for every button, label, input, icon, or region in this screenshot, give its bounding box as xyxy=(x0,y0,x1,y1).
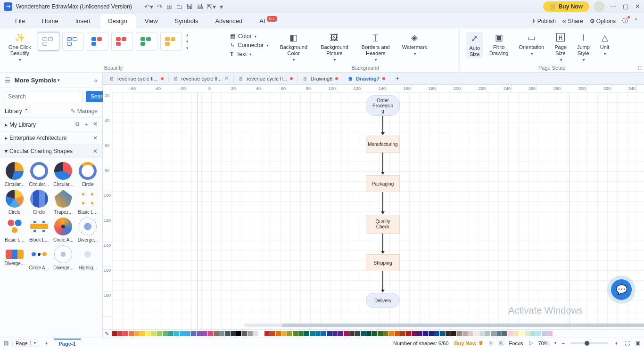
color-swatch[interactable] xyxy=(525,331,530,336)
maximize-icon[interactable]: ▢ xyxy=(623,3,628,10)
theme-preset-6[interactable] xyxy=(160,32,182,51)
new-icon[interactable]: ⊞ xyxy=(166,3,172,10)
connector-arrow[interactable] xyxy=(382,116,383,135)
shape-library-item[interactable]: Circle xyxy=(4,190,25,215)
shape-shipping[interactable]: Shipping xyxy=(366,254,400,271)
color-swatch[interactable] xyxy=(372,331,377,336)
color-swatch[interactable] xyxy=(219,331,224,336)
shape-library-item[interactable]: Circular... xyxy=(4,162,25,187)
auto-size-button[interactable]: ⤢Auto Size xyxy=(466,32,483,58)
shape-order-processing[interactable]: Order Processin g xyxy=(366,95,400,116)
zoom-out-icon[interactable]: − xyxy=(562,340,565,346)
color-swatch[interactable] xyxy=(349,331,355,336)
color-swatch[interactable] xyxy=(163,331,168,336)
shape-library-item[interactable]: Diverge... xyxy=(4,245,25,270)
help-icon[interactable]: ⓘ xyxy=(622,17,628,25)
layers-icon[interactable]: ≋ xyxy=(489,340,493,346)
menu-file[interactable]: File xyxy=(7,14,33,28)
minimize-icon[interactable]: — xyxy=(610,3,616,10)
color-swatch[interactable] xyxy=(468,331,473,336)
color-swatch[interactable] xyxy=(332,331,338,336)
borders-headers-button[interactable]: ⌶Borders and Headers▾ xyxy=(360,32,392,62)
color-swatch[interactable] xyxy=(389,331,394,336)
tree-caret-icon[interactable]: ▸ xyxy=(5,135,8,141)
color-swatch[interactable] xyxy=(231,331,236,336)
shape-library-item[interactable]: Circular... xyxy=(53,162,74,187)
connector-arrow[interactable] xyxy=(382,192,383,214)
color-swatch[interactable] xyxy=(214,331,219,336)
color-swatch[interactable] xyxy=(180,331,185,336)
color-swatch[interactable] xyxy=(446,331,451,336)
library-up-icon[interactable]: ⌃ xyxy=(24,108,29,114)
publish-button[interactable]: ✈ Publish xyxy=(531,18,556,24)
menu-design[interactable]: Design xyxy=(99,14,136,28)
shape-library-item[interactable]: Diverge... xyxy=(77,218,99,243)
color-swatch[interactable] xyxy=(276,331,281,336)
save-icon[interactable]: 🖫 xyxy=(186,3,193,10)
undo-icon[interactable]: ↶▾ xyxy=(144,3,153,10)
color-swatch[interactable] xyxy=(383,331,388,336)
color-swatch[interactable] xyxy=(479,331,485,336)
color-swatch[interactable] xyxy=(185,331,190,336)
play-icon[interactable]: ▷ xyxy=(529,340,533,346)
zoom-in-icon[interactable]: ＋ xyxy=(614,340,619,347)
shape-library-item[interactable]: Basic L... xyxy=(4,218,25,243)
one-click-beautify-button[interactable]: ✨ One Click Beautify ▾ xyxy=(7,32,33,62)
page-selector[interactable]: Page-1 ▾ xyxy=(12,340,39,347)
buy-now-button[interactable]: 🛒 Buy Now xyxy=(543,1,589,12)
color-swatch[interactable] xyxy=(327,331,332,336)
menu-advanced[interactable]: Advanced xyxy=(206,14,251,28)
color-swatch[interactable] xyxy=(293,331,298,336)
mylib-icon1[interactable]: ⧉ xyxy=(75,121,80,129)
fit-width-icon[interactable]: ▣ xyxy=(636,340,640,346)
background-picture-button[interactable]: 🖼Background Picture▾ xyxy=(319,32,350,62)
fullscreen-icon[interactable]: ⛶ xyxy=(625,340,630,346)
watermark-button[interactable]: ◈Watermark▾ xyxy=(400,32,429,56)
search-input[interactable] xyxy=(4,91,83,102)
color-swatch[interactable] xyxy=(502,331,507,336)
document-tab[interactable]: 🗎Drawing7 xyxy=(343,74,390,83)
section-close-icon[interactable]: ✕ xyxy=(93,148,98,154)
theme-up-icon[interactable]: ▴ xyxy=(186,32,189,38)
tree-caret-icon[interactable]: ▸ xyxy=(5,121,8,128)
mylib-add-icon[interactable]: ＋ xyxy=(83,121,89,129)
mylib-close-icon[interactable]: ✕ xyxy=(93,121,98,129)
shape-delivery[interactable]: Delivery xyxy=(366,293,400,308)
assistant-fab[interactable]: 💬 xyxy=(611,279,632,300)
menu-ai[interactable]: AIhot xyxy=(251,14,285,28)
color-swatch[interactable] xyxy=(168,331,173,336)
color-swatch[interactable] xyxy=(298,331,304,336)
color-swatch[interactable] xyxy=(236,331,241,336)
document-tab[interactable]: 🗎revenue cycle fl...✕ xyxy=(169,73,234,83)
menu-insert[interactable]: Insert xyxy=(67,14,99,28)
document-tab[interactable]: 🗎revenue cycle fl... xyxy=(105,74,169,83)
color-swatch[interactable] xyxy=(202,331,207,336)
color-swatch[interactable] xyxy=(174,331,179,336)
shape-quality-check[interactable]: Quality Check xyxy=(366,215,400,234)
color-swatch[interactable] xyxy=(530,331,536,336)
orientation-button[interactable]: ▭Orientation▾ xyxy=(517,32,546,56)
focus-icon[interactable]: ◎ xyxy=(499,340,504,346)
fit-drawing-button[interactable]: ▣Fit to Drawing xyxy=(487,32,510,57)
connector-dropdown[interactable]: ↳ Connector▾ xyxy=(230,42,268,49)
color-swatch[interactable] xyxy=(197,331,202,336)
color-swatch[interactable] xyxy=(191,331,196,336)
share-button[interactable]: ∞ Share xyxy=(562,18,583,24)
open-icon[interactable]: 🗀 xyxy=(176,3,182,10)
tab-close-icon[interactable]: ✕ xyxy=(224,75,229,81)
color-swatch[interactable] xyxy=(134,331,140,336)
color-swatch[interactable] xyxy=(378,331,383,336)
my-library-item[interactable]: My Library xyxy=(9,121,36,128)
page-setup-expand-icon[interactable]: ◲ xyxy=(638,65,642,70)
page-size-button[interactable]: 🄰Page Size▾ xyxy=(553,32,569,62)
color-swatch[interactable] xyxy=(117,331,123,336)
color-swatch[interactable] xyxy=(208,331,213,336)
circular-section[interactable]: Circular Charting Shapes xyxy=(9,148,73,154)
qat-more-icon[interactable]: ▾ xyxy=(220,3,223,10)
enterprise-item[interactable]: Enterprise Architecture xyxy=(9,135,66,141)
color-swatch[interactable] xyxy=(542,331,547,336)
collapse-ribbon-icon[interactable]: ˄ xyxy=(635,18,637,24)
redo-icon[interactable]: ↷ xyxy=(157,3,163,10)
color-dropdown[interactable]: ▦ Color▾ xyxy=(230,33,268,40)
shape-library-item[interactable]: Circle xyxy=(28,190,50,215)
